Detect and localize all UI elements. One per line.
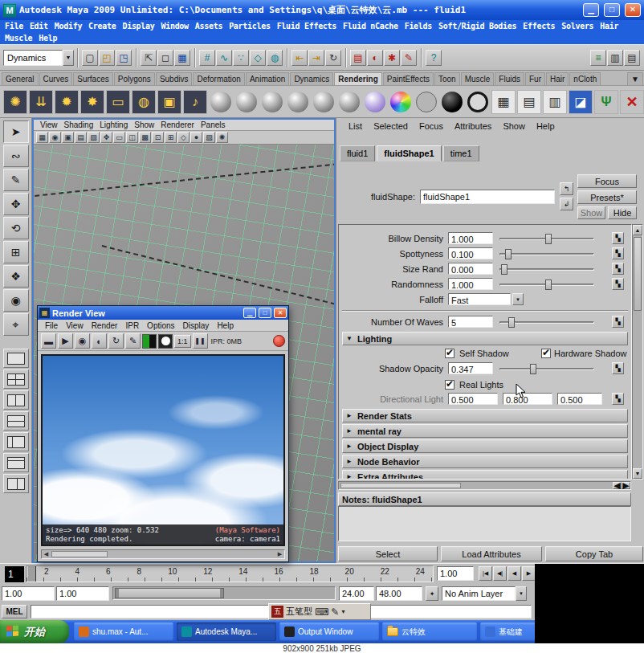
outliner-persp-layout-button[interactable] — [3, 432, 29, 451]
range-handle[interactable] — [116, 589, 119, 598]
redo-render-icon[interactable]: ▶ — [58, 333, 73, 349]
attribute-vscrollbar[interactable]: ▲ ▼ — [632, 224, 643, 480]
handwriting-icon[interactable]: ✎ — [331, 606, 339, 618]
shelf-tab-rendering[interactable]: Rendering — [334, 72, 381, 85]
graph-persp-layout-button[interactable] — [3, 453, 29, 472]
render-settings-icon[interactable]: ✱ — [384, 50, 400, 66]
texture-map-icon[interactable]: ▚ — [612, 393, 624, 405]
section-lighting[interactable]: ▼ Lighting — [342, 332, 628, 345]
pencil-region-icon[interactable]: ✎ — [125, 333, 141, 349]
shaded-icon[interactable]: ● — [190, 132, 202, 143]
universal-manipulator-tool[interactable]: ❖ — [3, 265, 29, 288]
use-background-icon[interactable] — [442, 92, 463, 112]
mel-toggle-button[interactable]: MEL — [2, 605, 27, 618]
ipr-render-icon[interactable]: ◐ — [92, 333, 107, 349]
attr-value-field[interactable]: 5 — [448, 316, 493, 328]
shelf-tab-animation[interactable]: Animation — [246, 72, 289, 85]
rv-menu-view[interactable]: View — [62, 321, 88, 330]
texture-map-icon[interactable]: ▚ — [612, 362, 624, 374]
render-clapper-icon[interactable]: ▬ — [41, 333, 56, 349]
input-connections-icon[interactable]: ⇤ — [291, 50, 308, 66]
lambert-shader-icon[interactable] — [210, 92, 231, 112]
scroll-up-icon[interactable]: ▲ — [633, 225, 642, 235]
anim-start-field[interactable]: 1.00 — [2, 586, 55, 601]
taskbar-item-maya[interactable]: Autodesk Maya... — [177, 622, 276, 641]
time-slider[interactable]: 2 4 6 8 10 12 14 16 18 20 22 24 — [26, 565, 434, 582]
menu-effects[interactable]: Effects — [520, 22, 558, 31]
select-object-icon[interactable]: ◻ — [157, 50, 173, 66]
focus-out-icon[interactable]: ↲ — [560, 198, 573, 210]
textured-icon[interactable]: ▨ — [203, 132, 215, 143]
shading-map-icon[interactable] — [365, 92, 385, 112]
rgb-channels-icon[interactable] — [142, 334, 157, 349]
delete-unused-icon[interactable]: ✕ — [620, 90, 644, 114]
render-view-minimize-button[interactable]: ▁ — [243, 308, 256, 318]
keyboard-icon[interactable]: ⌨ — [315, 606, 328, 618]
anisotropic-shader-icon[interactable] — [313, 92, 334, 112]
rv-menu-ipr[interactable]: IPR — [121, 321, 143, 330]
gate-mask-icon[interactable]: ▩ — [139, 132, 151, 143]
taskbar-item-shu-max[interactable]: shu.max - Aut... — [74, 622, 173, 641]
ime-options-icon[interactable]: ▾ — [341, 608, 344, 615]
menu-hair[interactable]: Hair — [597, 22, 622, 31]
scroll-thumb[interactable] — [634, 237, 642, 311]
select-hierarchy-icon[interactable]: ⇱ — [141, 50, 157, 66]
shelf-tab-hair[interactable]: Hair — [546, 72, 569, 85]
shelf-tab-ncloth[interactable]: nCloth — [569, 72, 601, 85]
menu-create[interactable]: Create — [85, 22, 119, 31]
section-extra-attributes[interactable]: ► Extra Attributes — [342, 470, 628, 480]
focus-button[interactable]: Focus — [577, 174, 637, 188]
play-forward-button[interactable]: ▶ — [522, 566, 536, 581]
bookmarks-icon[interactable]: ▤ — [75, 132, 87, 143]
section-object-display[interactable]: ► Object Display — [342, 439, 628, 453]
texture-map-icon[interactable]: ▚ — [612, 263, 624, 275]
two-d-pan-icon[interactable]: ✥ — [100, 132, 112, 143]
safe-action-icon[interactable]: ⊡ — [152, 132, 164, 143]
menu-muscle[interactable]: Muscle — [2, 34, 35, 43]
attribute-hscrollbar[interactable]: ◀ ▶ — [338, 481, 631, 490]
go-to-start-button[interactable]: |◀ — [479, 566, 492, 581]
blinn-shader-icon[interactable] — [236, 92, 257, 112]
scroll-thumb[interactable] — [340, 483, 461, 488]
shelf-tab-deformation[interactable]: Deformation — [193, 72, 244, 85]
layer-editor-icon[interactable]: ▤ — [624, 50, 640, 66]
node-name-field[interactable]: fluidShape1 — [420, 190, 555, 204]
ipr-render-icon[interactable]: ◐ — [367, 50, 383, 66]
minimize-button[interactable]: ▁ — [583, 3, 599, 17]
construction-history-icon[interactable]: ↻ — [325, 50, 341, 66]
snap-grid-icon[interactable]: # — [199, 50, 215, 66]
notes-header[interactable]: Notes: fluidShape1 — [338, 492, 631, 506]
paint-effects-note-icon[interactable]: ♪ — [183, 90, 207, 114]
attr-value-field[interactable]: 0.347 — [448, 362, 493, 374]
scroll-right-icon[interactable]: ▶ — [275, 551, 284, 557]
two-pane-stacked-layout-button[interactable] — [3, 411, 29, 431]
panel-menu-view[interactable]: View — [37, 120, 61, 129]
self-shadow-checkbox[interactable] — [445, 349, 454, 358]
attr-slider[interactable] — [499, 321, 594, 324]
refresh-shading-icon[interactable]: ↻ — [108, 333, 124, 349]
rv-menu-render[interactable]: Render — [88, 321, 122, 330]
texture-map-icon[interactable]: ▚ — [612, 232, 624, 244]
attribute-scroll-area[interactable]: Billow Density 1.000 ▚ Spottyness 0.100 … — [338, 224, 632, 480]
taskbar-item-output-window[interactable]: Output Window — [279, 622, 379, 641]
pause-ipr-icon[interactable]: ❚❚ — [193, 333, 208, 349]
single-pane-layout-button[interactable] — [3, 349, 29, 368]
copy-tab-button[interactable]: Copy Tab — [545, 546, 643, 561]
env-ball-icon[interactable] — [467, 92, 488, 112]
attr-value-field[interactable]: 1.000 — [448, 278, 493, 290]
playback-start-field[interactable]: 1.00 — [56, 586, 109, 601]
render-view-close-button[interactable]: ✕ — [274, 308, 287, 318]
paint-select-tool[interactable]: ✎ — [3, 169, 29, 191]
hardware-shadow-checkbox[interactable] — [541, 349, 551, 358]
ambient-light-icon[interactable]: ✺ — [3, 90, 27, 114]
ae-menu-list[interactable]: List — [343, 121, 368, 131]
resolution-gate-icon[interactable]: ◫ — [126, 132, 138, 143]
range-bar[interactable] — [115, 588, 224, 598]
ime-language-bar[interactable]: 五 五笔型 ⌨ ✎ ▾ — [268, 603, 371, 620]
anim-end-field[interactable]: 48.00 — [376, 586, 422, 601]
paint-effects-icon[interactable]: ✎ — [401, 50, 417, 66]
show-manipulator-tool[interactable]: ⌖ — [3, 313, 29, 336]
falloff-dropdown-icon[interactable]: ▼ — [512, 293, 524, 305]
texture-map-icon[interactable]: ▚ — [612, 247, 624, 259]
attr-slider[interactable] — [499, 238, 594, 240]
